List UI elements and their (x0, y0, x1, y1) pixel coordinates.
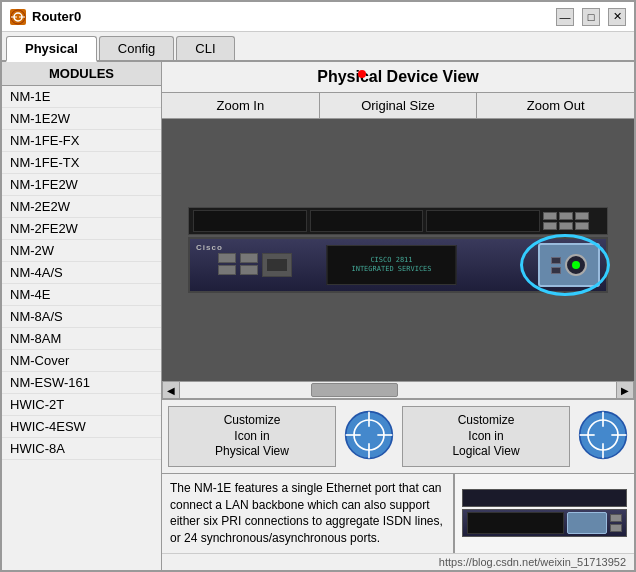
router-body: Cisco (188, 237, 608, 293)
module-port (551, 267, 561, 274)
thumb-module (567, 512, 607, 534)
center-display: CISCO 2811INTEGRATED SERVICES (327, 245, 457, 285)
router-svg-physical (344, 410, 394, 460)
status-url: https://blog.csdn.net/weixin_51713952 (439, 556, 626, 568)
thumbnail-graphic (462, 489, 627, 537)
close-button[interactable]: ✕ (608, 8, 626, 26)
sidebar: MODULES NM-1E NM-1E2W NM-1FE-FX NM-1FE-T… (2, 62, 162, 570)
rack-port (559, 222, 573, 230)
port-col-2 (240, 253, 258, 277)
window-controls: — □ ✕ (556, 8, 626, 26)
thumb-slot (467, 512, 564, 534)
sidebar-item-nm8am[interactable]: NM-8AM (2, 328, 161, 350)
router-svg-logical (578, 410, 628, 460)
scrollbar-area: ◀ ▶ (162, 381, 634, 399)
left-ports (218, 253, 292, 277)
sidebar-item-nm1fe-tx[interactable]: NM-1FE-TX (2, 152, 161, 174)
maximize-button[interactable]: □ (582, 8, 600, 26)
rack-slot-1 (193, 210, 307, 232)
module-ports (551, 257, 561, 274)
module-led (572, 261, 580, 269)
scroll-thumb[interactable] (311, 383, 398, 397)
sidebar-header: MODULES (2, 62, 161, 86)
customize-logical-button[interactable]: CustomizeIcon inLogical View (402, 406, 570, 467)
zoom-bar: Zoom In Original Size Zoom Out (162, 92, 634, 119)
device-thumbnail (454, 474, 634, 553)
rack-slot-2 (310, 210, 424, 232)
port-row-1 (543, 212, 603, 220)
zoom-in-button[interactable]: Zoom In (162, 93, 320, 118)
sidebar-list-wrap: NM-1E NM-1E2W NM-1FE-FX NM-1FE-TX NM-1FE… (2, 86, 161, 570)
device-view: Cisco (162, 119, 634, 381)
modules-list[interactable]: NM-1E NM-1E2W NM-1FE-FX NM-1FE-TX NM-1FE… (2, 86, 161, 570)
sidebar-item-nm2w[interactable]: NM-2W (2, 240, 161, 262)
content-area: Physical Device View Zoom In Original Si… (162, 62, 634, 570)
description-area: The NM-1E features a single Ethernet por… (162, 473, 634, 553)
tab-cli[interactable]: CLI (176, 36, 234, 60)
rack-slot-3 (426, 210, 540, 232)
rack-port (575, 222, 589, 230)
sidebar-item-nmcover[interactable]: NM-Cover (2, 350, 161, 372)
rack-port (543, 212, 557, 220)
sidebar-item-nm4as[interactable]: NM-4A/S (2, 262, 161, 284)
sidebar-item-hwic8a[interactable]: HWIC-8A (2, 438, 161, 460)
port (218, 265, 236, 275)
main-area: MODULES NM-1E NM-1E2W NM-1FE-FX NM-1FE-T… (2, 62, 634, 570)
router-icon-logical (578, 410, 628, 463)
title-bar: Router0 — □ ✕ (2, 2, 634, 32)
sidebar-item-nm1e2w[interactable]: NM-1E2W (2, 108, 161, 130)
scroll-track[interactable] (180, 382, 616, 398)
thumb-top (462, 489, 627, 507)
sidebar-item-hwic4esw[interactable]: HWIC-4ESW (2, 416, 161, 438)
rack-top (188, 207, 608, 235)
original-size-button[interactable]: Original Size (320, 93, 478, 118)
scroll-right-button[interactable]: ▶ (616, 381, 634, 399)
scroll-left-button[interactable]: ◀ (162, 381, 180, 399)
thumb-ports (610, 514, 622, 532)
bottom-buttons: CustomizeIcon inPhysical View CustomizeI… (162, 399, 634, 473)
app-icon (10, 9, 26, 25)
sidebar-item-nm1fe2w[interactable]: NM-1FE2W (2, 174, 161, 196)
port (240, 253, 258, 263)
content-title: Physical Device View (317, 68, 479, 85)
sidebar-item-nm4e[interactable]: NM-4E (2, 284, 161, 306)
description-text: The NM-1E features a single Ethernet por… (162, 474, 454, 553)
minimize-button[interactable]: — (556, 8, 574, 26)
rack-port (575, 212, 589, 220)
window-title: Router0 (32, 9, 556, 24)
router-icon-physical (344, 410, 394, 463)
customize-physical-button[interactable]: CustomizeIcon inPhysical View (168, 406, 336, 467)
module-port (551, 257, 561, 264)
sidebar-item-hwic2t[interactable]: HWIC-2T (2, 394, 161, 416)
rack-port (559, 212, 573, 220)
status-bar: https://blog.csdn.net/weixin_51713952 (162, 553, 634, 570)
right-module (538, 243, 600, 287)
port-col-1 (218, 253, 236, 277)
tab-bar: Physical Config CLI (2, 32, 634, 62)
port (218, 253, 236, 263)
thumb-port (610, 514, 622, 522)
main-window: Router0 — □ ✕ Physical Config CLI MODULE… (0, 0, 636, 572)
customize-logical-label: CustomizeIcon inLogical View (452, 413, 519, 458)
sidebar-item-nm2e2w[interactable]: NM-2E2W (2, 196, 161, 218)
port-block (262, 253, 292, 277)
router-graphic: Cisco (188, 207, 608, 293)
cisco-label: Cisco (196, 243, 223, 252)
port (240, 265, 258, 275)
tab-physical[interactable]: Physical (6, 36, 97, 62)
sidebar-item-nm1e[interactable]: NM-1E (2, 86, 161, 108)
content-header: Physical Device View (162, 62, 634, 92)
sidebar-item-nm8as[interactable]: NM-8A/S (2, 306, 161, 328)
sidebar-item-nmesw161[interactable]: NM-ESW-161 (2, 372, 161, 394)
display-text: CISCO 2811INTEGRATED SERVICES (351, 256, 431, 274)
port-inner (267, 259, 287, 271)
tab-config[interactable]: Config (99, 36, 175, 60)
module-dial (565, 254, 587, 276)
port-row-2 (543, 222, 603, 230)
sidebar-item-nm1fe-fx[interactable]: NM-1FE-FX (2, 130, 161, 152)
sidebar-item-nm2fe2w[interactable]: NM-2FE2W (2, 218, 161, 240)
customize-physical-label: CustomizeIcon inPhysical View (215, 413, 289, 458)
zoom-out-button[interactable]: Zoom Out (477, 93, 634, 118)
rack-right-ports (543, 212, 603, 230)
rack-port (543, 222, 557, 230)
